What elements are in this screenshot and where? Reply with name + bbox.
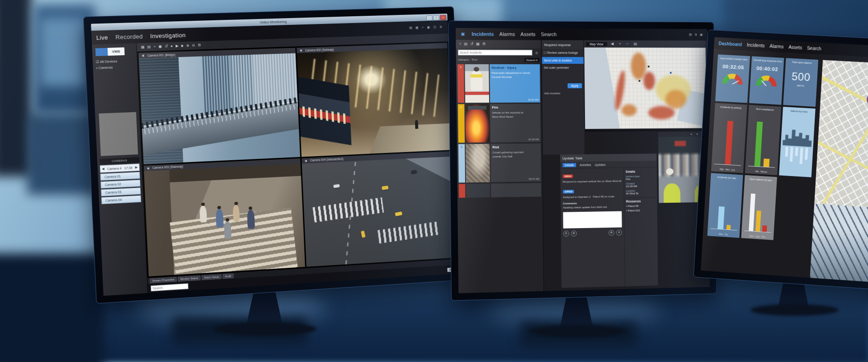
sort-button[interactable]: Newest ▾ [524,57,539,62]
close-button[interactable]: × [440,15,446,20]
stop-icon[interactable]: ■ [181,44,184,48]
camera-list-item[interactable]: Camera 02 [100,180,140,189]
right-monitor-base [750,304,839,316]
collapse-icon[interactable]: ⊖ [563,231,569,237]
search-icon[interactable]: ◎ [535,51,538,54]
task-tab-details[interactable]: Details [562,163,576,167]
camera-list-item[interactable]: Camera 04 [101,195,141,205]
camera-tile-label: Camera 004 (Intersection) [310,157,344,162]
camera-selector[interactable]: ◀ Camera 4 17:39 ▶ [100,163,140,172]
comment-input[interactable] [563,211,622,229]
settings-icon[interactable]: ⚙ [198,43,201,47]
incident-nav: ▣ Incidents Alarms Assets Search ▤ ⚙ ▣ [456,28,707,41]
response-panel: Required response ☐ Review camera footag… [542,40,585,155]
response-item[interactable]: ☐ Review camera footage [542,49,584,57]
incident-thumbnail-crowd [466,144,490,183]
refresh-icon[interactable]: ↺ [470,42,473,46]
panel-icon[interactable]: ▤ [147,45,151,49]
play-icon[interactable]: ▶ [175,44,179,48]
task-tab-activities[interactable]: Activities [580,163,591,166]
video-grid: ▣Camera 001 (Bridge) ▣Camera 002 (Subway… [137,42,458,278]
settings-icon[interactable]: ⚙ [482,42,486,46]
resource-item[interactable]: ▪ Patrol 05 [626,205,656,208]
tab-assets[interactable]: Assets [520,31,535,37]
refresh-icon[interactable]: ↺ [165,45,168,48]
add-checklist-link[interactable]: Add checklist [542,90,584,96]
city-map[interactable] [584,48,706,129]
prev-camera-icon[interactable]: ◀ [102,167,104,171]
tab-alarms[interactable]: Alarms [499,31,515,37]
severity-strip: 1 [458,144,465,182]
middle-monitor-base [529,325,626,338]
foreground-desk-corner [0,253,104,362]
incident-time: 10:32 AM [528,98,538,101]
incident-search-input[interactable] [458,49,533,55]
map-layers-icon[interactable]: ▤ [634,42,637,46]
gauge-arc [756,75,777,86]
tab-recorded[interactable]: Recorded [115,33,143,40]
incident-card[interactable]: 2 Medical · Injury Paramedic dispatched … [458,64,540,103]
video-play-icon[interactable]: ▸ [691,133,692,135]
map-zoom-out-icon[interactable]: − [627,42,629,46]
add-icon[interactable]: ⊕ [609,230,614,236]
camera-tile-2[interactable]: ▣Camera 002 (Subway) [297,43,452,157]
response-item-selected[interactable]: Send units to location [542,57,584,64]
layout-grid-icon[interactable]: ▦ [141,45,145,49]
tab-incidents[interactable]: Incidents [472,31,494,37]
search-input[interactable] [151,283,189,291]
tab-search[interactable]: Search [541,32,557,37]
map-scrollbar[interactable] [585,129,706,132]
camera-list-item[interactable]: Camera 03 [101,187,141,196]
expand-icon[interactable]: ⊕ [571,231,577,237]
video-record-icon[interactable]: ● [697,133,698,135]
map-zoom-in-icon[interactable]: + [619,42,621,46]
zoom-in-icon[interactable]: ⊕ [186,44,189,48]
new-incident-icon[interactable]: + [459,42,461,46]
tab-incidents[interactable]: Incidents [747,42,765,48]
middle-monitor: ▣ Incidents Alarms Assets Search ▤ ⚙ ▣ +… [449,21,717,300]
tab-alarm-setup[interactable]: Alarm Setup [202,274,222,280]
grid-view-icon[interactable]: ▦ [476,42,480,46]
tab-investigation[interactable]: Investigation [150,31,186,39]
minimize-button[interactable]: – [426,15,433,20]
dashboard-grid: Avg incident resolve time 00:32:05 Overa… [705,54,820,277]
list-header-label: Category · Time [458,58,478,61]
status-chip: OPEN [563,190,574,194]
map-back-icon[interactable]: ◀ [611,42,613,46]
map-view-tab[interactable]: Map View [586,42,607,46]
task-tab-updates[interactable]: Updates [594,163,605,166]
camera-selector-label: Camera 4 [107,167,122,171]
more-icon[interactable]: ▾ [616,230,622,236]
camera-tile-3[interactable]: ▣Camera 003 (Stairway) [144,158,305,276]
tab-search[interactable]: Search [807,45,821,51]
incident-card-partial[interactable] [459,183,541,198]
incident-card[interactable]: 1 Riot Crowd gathering reportedoutside C… [458,143,541,183]
list-view-icon[interactable]: ▤ [464,42,467,46]
add-view-icon[interactable]: + [154,45,156,48]
response-item[interactable]: Set outer perimeter [542,64,584,71]
map-marker-purple[interactable] [866,93,868,107]
severity-strip: 2 [458,64,464,103]
tab-assets[interactable]: Assets [788,44,802,50]
tab-alarms[interactable]: Alarms [769,43,784,49]
tree-item-cameras[interactable]: ▪ Cameras [96,65,135,70]
camera-tile-1[interactable]: ▣Camera 001 (Bridge) [138,48,300,164]
maximize-button[interactable]: □ [433,15,439,20]
nav-icons[interactable]: ▤ ▦ + ▣ ◳ ⚙ [409,25,443,30]
single-view-icon[interactable]: ▣ [158,45,162,48]
camera-tile-4[interactable]: ▣Camera 004 (Intersection) [302,151,457,267]
zoom-out-icon[interactable]: ⊖ [192,44,195,48]
dashboard-map[interactable] [810,60,868,284]
window-utility-icons[interactable]: ▤ ⚙ ▣ [689,33,703,37]
tree-item-devices[interactable]: ☑ All Devices [96,58,135,64]
tab-live[interactable]: Live [96,34,108,41]
camera-tile-label: Camera 003 (Stairway) [152,165,183,169]
record-icon[interactable]: ● [170,44,173,48]
apply-button[interactable]: Apply [567,83,582,88]
tab-dashboard[interactable]: Dashboard [718,41,742,47]
next-camera-icon[interactable]: ▶ [135,166,138,169]
tab-audit[interactable]: Audit [222,273,233,279]
camera-list-item[interactable]: Camera 01 [100,172,140,181]
resource-item[interactable]: ▪ Patrol 012 [626,209,656,212]
incident-card[interactable]: 1 Fire Vehicle on fire reported atWest 4… [458,104,541,143]
